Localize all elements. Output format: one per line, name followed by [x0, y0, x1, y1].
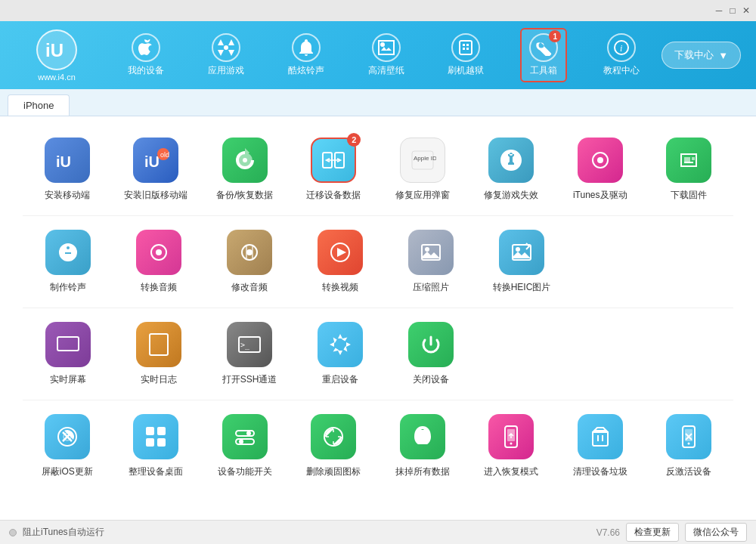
main-content: iU 安装移动端 iU old 安装旧版移动端	[0, 116, 756, 520]
clean-junk-icon	[578, 414, 623, 459]
nav-item-tutorial[interactable]: i 教程中心	[596, 29, 647, 81]
svg-text:iU: iU	[45, 40, 64, 60]
tool-make-ringtone[interactable]: + 制作铃声	[23, 224, 113, 300]
nav-item-ringtone[interactable]: 酷炫铃声	[280, 29, 332, 81]
tool-device-func-switch[interactable]: 设备功能开关	[200, 408, 290, 484]
nav-label-ringtone: 酷炫铃声	[288, 64, 324, 77]
realtime-screen-icon	[45, 322, 91, 367]
wrench-icon: 1	[529, 33, 558, 62]
shutdown-device-label: 关闭设备	[413, 373, 449, 386]
tool-clean-junk[interactable]: 清理设备垃圾	[556, 408, 645, 484]
tool-realtime-screen[interactable]: 实时屏幕	[23, 316, 113, 392]
convert-video-icon	[318, 230, 363, 275]
make-ringtone-icon: +	[45, 230, 91, 275]
migrate-data-label: 迁移设备数据	[306, 189, 361, 202]
status-dot	[9, 529, 17, 536]
tool-convert-video[interactable]: 转换视频	[295, 224, 386, 300]
tool-deactivate[interactable]: 反激活设备	[645, 408, 734, 484]
backup-restore-label: 备份/恢复数据	[216, 189, 273, 202]
wallpaper-icon	[372, 33, 401, 62]
convert-heic-icon	[499, 230, 544, 275]
tool-fix-game[interactable]: 修复游戏失效	[467, 131, 556, 208]
download-firmware-icon	[666, 138, 711, 183]
svg-text:old: old	[160, 151, 169, 159]
nav-item-toolbox[interactable]: 1 工具箱	[520, 28, 567, 82]
bottom-bar: 阻止iTunes自动运行 V7.66 检查更新 微信公众号	[0, 520, 756, 544]
wipe-all-data-icon	[400, 414, 445, 459]
wipe-all-data-label: 抹掉所有数据	[395, 465, 450, 478]
check-update-button[interactable]: 检查更新	[626, 523, 679, 542]
tool-block-ios-update[interactable]: 屏蔽iOS更新	[23, 408, 112, 484]
block-ios-update-label: 屏蔽iOS更新	[42, 465, 93, 478]
tool-modify-audio[interactable]: 修改音频	[204, 224, 295, 300]
device-func-switch-label: 设备功能开关	[218, 465, 272, 478]
download-center-button[interactable]: 下载中心 ▼	[662, 42, 741, 69]
tool-itunes-driver[interactable]: iTunes及驱动	[556, 131, 645, 208]
tool-ssh-tunnel[interactable]: >_ 打开SSH通道	[204, 316, 295, 392]
svg-rect-43	[236, 431, 254, 436]
shutdown-device-icon	[408, 322, 454, 367]
nav-item-my-device[interactable]: 我的设备	[120, 29, 172, 81]
nav-label-jailbreak: 刷机越狱	[448, 64, 484, 77]
compress-photo-label: 压缩照片	[413, 281, 449, 294]
bell-icon	[292, 33, 321, 62]
svg-rect-3	[460, 41, 472, 54]
svg-point-53	[688, 443, 690, 445]
fix-appcrash-icon: Apple ID	[400, 138, 445, 183]
convert-audio-icon	[136, 230, 181, 275]
tool-reboot-device[interactable]: 重启设备	[295, 316, 386, 392]
fix-appcrash-label: 修复应用弹窗	[395, 189, 450, 202]
svg-marker-28	[337, 248, 346, 257]
svg-rect-41	[146, 438, 154, 447]
tool-realtime-log[interactable]: 实时日志	[113, 316, 204, 392]
tool-delete-stubborn-icon[interactable]: 删除顽固图标	[290, 408, 379, 484]
close-button[interactable]: ✕	[739, 4, 753, 17]
install-client-icon: iU	[45, 138, 90, 183]
svg-point-21	[597, 157, 603, 163]
organize-desktop-icon	[133, 414, 178, 459]
svg-point-14	[243, 158, 247, 162]
clean-junk-label: 清理设备垃圾	[573, 465, 627, 478]
delete-stubborn-icon-label: 删除顽固图标	[306, 465, 361, 478]
tool-convert-heic[interactable]: 转换HEIC图片	[476, 224, 567, 300]
enter-recovery-icon	[488, 414, 534, 459]
svg-text:>_: >_	[240, 341, 250, 350]
svg-point-2	[380, 42, 385, 47]
maximize-button[interactable]: □	[726, 4, 739, 17]
tool-fix-appcrash[interactable]: Apple ID 修复应用弹窗	[378, 131, 467, 208]
svg-point-30	[425, 247, 429, 252]
tool-backup-restore[interactable]: 备份/恢复数据	[200, 131, 290, 208]
tool-wipe-all-data[interactable]: 抹掉所有数据	[378, 408, 467, 484]
realtime-log-label: 实时日志	[141, 373, 177, 386]
itunes-status-label: 阻止iTunes自动运行	[23, 526, 104, 539]
reboot-device-label: 重启设备	[322, 373, 358, 386]
tool-convert-audio[interactable]: 转换音频	[113, 224, 204, 300]
nav-item-wallpaper[interactable]: 高清壁纸	[361, 29, 412, 81]
tool-compress-photo[interactable]: 压缩照片	[386, 224, 476, 300]
nav-item-apps-games[interactable]: 应用游戏	[200, 29, 252, 81]
bottom-left: 阻止iTunes自动运行	[9, 526, 104, 539]
tool-shutdown-device[interactable]: 关闭设备	[386, 316, 476, 392]
tool-download-firmware[interactable]: 下载固件	[645, 131, 734, 208]
svg-text:+: +	[65, 255, 69, 261]
deactivate-label: 反激活设备	[666, 465, 711, 478]
nav-label-tutorial: 教程中心	[603, 64, 640, 77]
itunes-driver-icon	[578, 138, 623, 183]
jailbreak-icon	[451, 33, 480, 62]
nav-item-jailbreak[interactable]: 刷机越狱	[440, 29, 491, 81]
tool-install-client[interactable]: iU 安装移动端	[23, 131, 112, 208]
tool-organize-desktop[interactable]: 整理设备桌面	[112, 408, 201, 484]
minimize-button[interactable]: ─	[712, 4, 726, 17]
svg-text:Apple ID: Apple ID	[414, 155, 436, 162]
nav-label-apps-games: 应用游戏	[208, 64, 244, 77]
install-client-label: 安装移动端	[45, 189, 90, 202]
tool-install-old[interactable]: iU old 安装旧版移动端	[112, 131, 201, 208]
tab-iphone[interactable]: iPhone	[8, 94, 70, 116]
tool-enter-recovery[interactable]: 进入恢复模式	[467, 408, 556, 484]
reboot-device-icon	[318, 322, 363, 367]
tool-migrate-data[interactable]: 2 迁移设备数据	[290, 131, 379, 208]
tool-row-4: 屏蔽iOS更新 整理设备桌面	[23, 408, 733, 492]
wechat-button[interactable]: 微信公众号	[685, 523, 747, 542]
logo-icon: iU	[36, 29, 77, 70]
delete-stubborn-icon-icon	[311, 414, 356, 459]
